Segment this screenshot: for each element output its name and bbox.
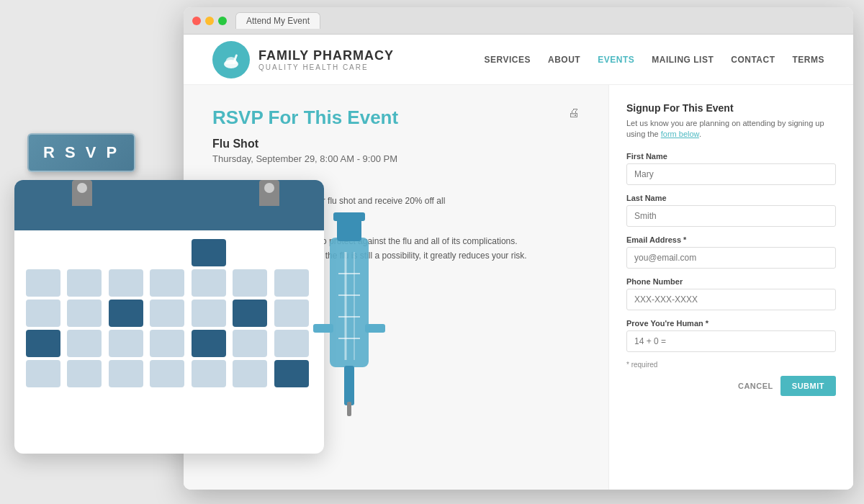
calendar-clip-left [72, 180, 92, 206]
last-name-label: Last Name [626, 194, 836, 202]
email-label: Email Address * [626, 235, 836, 244]
email-group: Email Address * [626, 235, 836, 269]
cancel-button[interactable]: CANCEL [738, 382, 773, 390]
calendar-cell [192, 300, 226, 327]
calendar-cell [26, 269, 60, 297]
form-buttons: CANCEL SUBMIT [626, 376, 836, 396]
svg-rect-0 [330, 238, 369, 367]
nav-events[interactable]: EVENTS [598, 55, 634, 65]
calendar-cell [192, 360, 226, 387]
calendar-grid [26, 239, 312, 387]
email-input[interactable] [626, 247, 836, 269]
calendar-cell [233, 360, 267, 387]
last-name-input[interactable] [626, 205, 836, 227]
calendar-cell [150, 239, 184, 266]
first-name-label: First Name [626, 152, 836, 161]
calendar-cell [26, 360, 60, 387]
brand-subtitle: QUALITY HEALTH CARE [258, 63, 394, 71]
dot-red[interactable] [192, 17, 201, 25]
calendar-cell [233, 239, 267, 266]
form-subtitle-link[interactable]: form below [661, 130, 699, 138]
calendar-header [14, 180, 324, 230]
calendar-cell [150, 330, 184, 357]
submit-button[interactable]: SUBMIT [780, 376, 836, 396]
event-name: Flu Shot [212, 138, 580, 150]
form-subtitle: Let us know you are planning on attendin… [626, 118, 836, 140]
calendar-widget [14, 180, 324, 454]
calendar-cell [26, 239, 60, 266]
calendar-cell [67, 330, 102, 357]
phone-group: Phone Number [626, 277, 836, 310]
calendar-clip-right [259, 180, 279, 206]
calendar-cell [233, 300, 267, 327]
calendar-cell [150, 360, 184, 387]
print-icon[interactable]: 🖨 [568, 107, 580, 120]
captcha-input[interactable] [626, 330, 836, 352]
calendar-cell [109, 300, 143, 327]
site-logo: FAMILY PHARMACY QUALITY HEALTH CARE [212, 41, 394, 78]
calendar-cell [109, 360, 143, 387]
browser-dots [192, 17, 227, 25]
nav-about[interactable]: ABOUT [548, 55, 580, 65]
calendar-cell [192, 239, 226, 266]
browser-titlebar: Attend My Event [184, 7, 853, 35]
required-note: * required [626, 361, 836, 369]
svg-rect-8 [365, 324, 385, 333]
calendar-cell [233, 269, 267, 297]
brand-name: FAMILY PHARMACY [258, 48, 394, 63]
nav-contact[interactable]: CONTACT [731, 55, 775, 65]
svg-rect-5 [344, 366, 354, 405]
site-nav: SERVICES ABOUT EVENTS MAILING LIST CONTA… [485, 55, 824, 65]
calendar-body [14, 230, 324, 396]
phone-label: Phone Number [626, 277, 836, 286]
calendar-cell [109, 330, 143, 357]
form-sidebar: Signup For This Event Let us know you ar… [608, 85, 853, 490]
calendar-cell [67, 300, 102, 327]
calendar-cell [109, 269, 143, 297]
syringe-decoration [302, 194, 396, 410]
nav-terms[interactable]: TERMS [793, 55, 825, 65]
browser-tab[interactable]: Attend My Event [235, 12, 320, 29]
event-title: RSVP For This Event [212, 107, 580, 129]
svg-rect-4 [333, 212, 365, 221]
logo-text: FAMILY PHARMACY QUALITY HEALTH CARE [258, 48, 394, 71]
calendar-cell [233, 330, 267, 357]
calendar-cell [67, 269, 102, 297]
calendar-cell [67, 239, 102, 266]
event-date: Thursday, September 29, 8:00 AM - 9:00 P… [212, 153, 580, 164]
form-title: Signup For This Event [626, 102, 836, 114]
svg-rect-6 [347, 402, 351, 416]
site-header: FAMILY PHARMACY QUALITY HEALTH CARE SERV… [184, 35, 853, 85]
nav-mailing-list[interactable]: MAILING LIST [652, 55, 714, 65]
calendar-cell [192, 269, 226, 297]
dot-green[interactable] [218, 17, 227, 25]
logo-icon [212, 41, 250, 78]
first-name-group: First Name [626, 152, 836, 185]
phone-input[interactable] [626, 289, 836, 310]
nav-services[interactable]: SERVICES [485, 55, 531, 65]
captcha-group: Prove You're Human * [626, 319, 836, 352]
calendar-cell [109, 239, 143, 266]
calendar-cell [26, 330, 60, 357]
calendar-cell [26, 300, 60, 327]
calendar-cell [150, 269, 184, 297]
captcha-label: Prove You're Human * [626, 319, 836, 328]
first-name-input[interactable] [626, 163, 836, 185]
dot-yellow[interactable] [205, 17, 214, 25]
calendar-cell [67, 360, 102, 387]
calendar-cell [150, 300, 184, 327]
svg-rect-7 [313, 324, 333, 333]
calendar-cell [192, 330, 226, 357]
rsvp-badge: R S V P [27, 133, 135, 172]
last-name-group: Last Name [626, 194, 836, 227]
